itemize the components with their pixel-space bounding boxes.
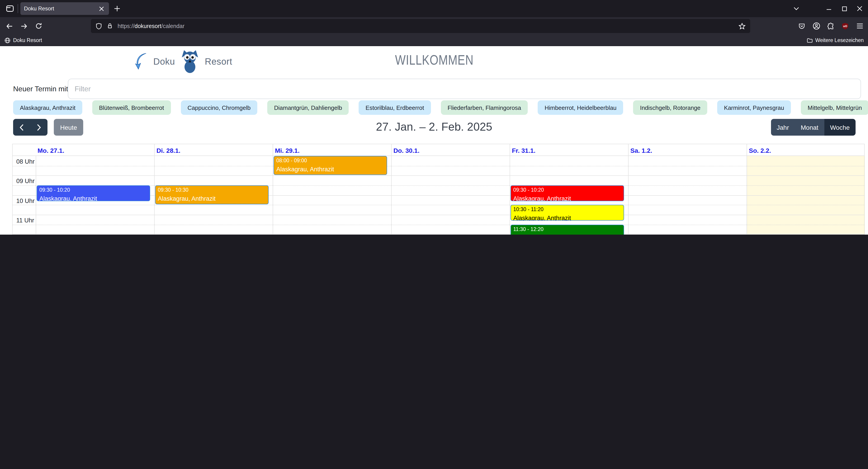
url-text: https://dokuresort/calendar — [118, 23, 185, 29]
bookmarks-bar: Doku Resort Weitere Lesezeichen — [0, 35, 868, 46]
event-title: Alaskagrau, Anthrazit — [513, 234, 621, 234]
time-label-11-uhr: 11 Uhr — [16, 217, 34, 224]
day-header-sa-1-2[interactable]: Sa. 1.2. — [628, 144, 747, 156]
lock-icon[interactable] — [107, 23, 113, 29]
half-hour-line — [13, 166, 864, 166]
folder-icon — [807, 37, 813, 43]
view-button-monat[interactable]: Monat — [795, 119, 824, 136]
list-tabs-icon[interactable] — [788, 0, 804, 17]
half-hour-line — [13, 224, 864, 225]
maximize-window-icon[interactable] — [837, 0, 852, 17]
time-label-08-uhr: 08 Uhr — [16, 158, 35, 165]
welcome-title: WILLKOMMEN — [0, 52, 868, 68]
event-time: 08:00 - 09:00 — [276, 157, 384, 164]
hour-line — [13, 234, 864, 234]
more-bookmarks[interactable]: Weitere Lesezeichen — [807, 37, 864, 43]
url-path: /calendar — [161, 23, 185, 29]
view-button-woche[interactable]: Woche — [824, 119, 856, 136]
color-chip-bl-tenwei-brombeerrot[interactable]: Blütenweiß, Brombeerrot — [92, 100, 171, 115]
day-header-do-30-1[interactable]: Do. 30.1. — [391, 144, 509, 156]
color-chip-indischgelb-rotorange[interactable]: Indischgelb, Rotorange — [633, 100, 707, 115]
forward-button[interactable] — [17, 19, 31, 33]
color-chip-karminrot-paynesgrau[interactable]: Karminrot, Paynesgrau — [717, 100, 791, 115]
calendar-grid: 08 Uhr09 Uhr10 Uhr11 Uhr12 Uhr13 Uhr14 U… — [12, 156, 865, 234]
tab-title: Doku Resort — [24, 5, 97, 12]
event-title: Alaskagrau, Anthrazit — [513, 215, 621, 221]
event-time: 09:30 - 10:20 — [513, 187, 621, 193]
url-host: dokuresort — [134, 23, 161, 29]
globe-icon — [4, 37, 10, 43]
color-chip-mittelgelb-mittelgr-n[interactable]: Mittelgelb, Mittelgrün — [801, 100, 868, 115]
half-hour-line — [13, 205, 864, 206]
close-tab-icon[interactable] — [97, 4, 105, 13]
page-content: Doku Resort WILLKOMMEN Neuer Termin mit: — [0, 46, 868, 234]
filter-label: Neuer Termin mit: — [13, 85, 70, 93]
color-chip-cappuccino-chromgelb[interactable]: Cappuccino, Chromgelb — [181, 100, 257, 115]
back-button[interactable] — [3, 19, 16, 33]
event-time: 10:30 - 11:20 — [513, 206, 621, 213]
calendar-title: 27. Jan. – 2. Feb. 2025 — [0, 120, 868, 133]
extensions-icon[interactable] — [824, 20, 837, 32]
color-chips-row: Alaskagrau, AnthrazitBlütenweiß, Brombee… — [13, 100, 868, 115]
day-header-mi-29-1[interactable]: Mi. 29.1. — [273, 144, 391, 156]
event-title: Alaskagrau, Anthrazit — [276, 165, 384, 173]
browser-tab[interactable]: Doku Resort — [20, 2, 109, 15]
event-title: Alaskagrau, Anthrazit — [513, 195, 621, 201]
close-window-icon[interactable] — [852, 0, 867, 17]
tracking-shield-icon[interactable] — [95, 22, 102, 30]
bookmark-label: Doku Resort — [13, 37, 42, 43]
calendar-event-10-30-11-20[interactable]: 10:30 - 11:20Alaskagrau, Anthrazit — [510, 205, 624, 221]
calendar-event-09-30-10-30[interactable]: 09:30 - 10:30Alaskagrau, Anthrazit — [155, 185, 269, 205]
event-title: Alaskagrau, Anthrazit — [158, 195, 266, 202]
calendar-event-11-30-12-20[interactable]: 11:30 - 12:20Alaskagrau, Anthrazit — [510, 224, 624, 234]
week-calendar: Mo. 27.1.Di. 28.1.Mi. 29.1.Do. 30.1.Fr. … — [12, 144, 865, 234]
pocket-icon[interactable] — [796, 20, 808, 32]
url-bar[interactable]: https://dokuresort/calendar — [91, 19, 750, 33]
calendar-day-header-row: Mo. 27.1.Di. 28.1.Mi. 29.1.Do. 30.1.Fr. … — [12, 144, 865, 156]
day-header-di-28-1[interactable]: Di. 28.1. — [154, 144, 273, 156]
calendar-event-08-00-09-00[interactable]: 08:00 - 09:00Alaskagrau, Anthrazit — [274, 156, 387, 175]
reload-button[interactable] — [32, 19, 45, 33]
day-header-mo-27-1[interactable]: Mo. 27.1. — [36, 144, 154, 156]
firefox-view-icon[interactable] — [4, 2, 16, 15]
day-header-fr-31-1[interactable]: Fr. 31.1. — [509, 144, 628, 156]
hour-line — [13, 215, 864, 215]
more-bookmarks-label: Weitere Lesezeichen — [815, 37, 864, 43]
color-chip-diamantgr-n-dahliengelb[interactable]: Diamantgrün, Dahliengelb — [267, 100, 349, 115]
hour-line — [13, 176, 864, 176]
view-button-jahr[interactable]: Jahr — [771, 119, 795, 136]
color-chip-fliederfarben-flamingorosa[interactable]: Fliederfarben, Flamingorosa — [441, 100, 528, 115]
calendar-event-09-30-10-20[interactable]: 09:30 - 10:20Alaskagrau, Anthrazit — [510, 185, 624, 201]
event-title: Alaskagrau, Anthrazit — [39, 195, 147, 201]
color-chip-estorilblau-erdbeerrot[interactable]: Estorilblau, Erdbeerrot — [359, 100, 431, 115]
tab-bar: Doku Resort — [0, 0, 868, 17]
minimize-window-icon[interactable] — [821, 0, 837, 17]
time-label-09-uhr: 09 Uhr — [16, 178, 35, 185]
calendar-event-09-30-10-20[interactable]: 09:30 - 10:20Alaskagrau, Anthrazit — [37, 185, 150, 201]
view-switcher: JahrMonatWoche — [771, 119, 856, 136]
tab-divider — [18, 4, 18, 13]
event-time: 09:30 - 10:20 — [39, 187, 147, 193]
event-time: 09:30 - 10:30 — [158, 187, 266, 193]
day-header-so-2-2[interactable]: So. 2.2. — [747, 144, 865, 156]
new-tab-button[interactable] — [111, 2, 123, 15]
event-time: 11:30 - 12:20 — [513, 226, 621, 232]
color-chip-himbeerrot-heidelbeerblau[interactable]: Himbeerrot, Heidelbeerblau — [538, 100, 623, 115]
menu-icon[interactable] — [853, 20, 866, 32]
bookmark-item[interactable]: Doku Resort — [4, 37, 42, 43]
time-label-10-uhr: 10 Uhr — [16, 197, 35, 204]
bookmark-star-icon[interactable] — [739, 22, 746, 30]
navigation-bar: https://dokuresort/calendar uO — [0, 17, 868, 35]
filter-input[interactable] — [68, 79, 861, 99]
ublock-icon[interactable]: uO — [839, 20, 851, 32]
svg-text:uO: uO — [843, 24, 847, 28]
url-scheme: https:// — [118, 23, 134, 29]
account-icon[interactable] — [810, 20, 823, 32]
browser-window: Doku Resort — [0, 0, 868, 234]
color-chip-alaskagrau-anthrazit[interactable]: Alaskagrau, Anthrazit — [13, 100, 82, 115]
